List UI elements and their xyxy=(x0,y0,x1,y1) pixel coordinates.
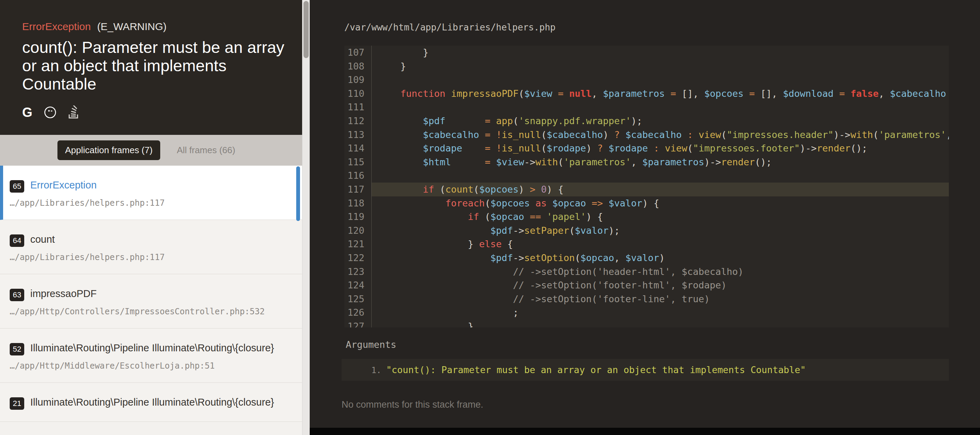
frames-tab-bar: Application frames (7) All frames (66) xyxy=(0,135,302,166)
frame-title: Illuminate\Routing\Pipeline Illuminate\R… xyxy=(30,396,274,408)
code-line: 118 foreach($opcoes as $opcao => $valor)… xyxy=(344,197,949,210)
code-text xyxy=(371,100,949,114)
whoops-error-page: ErrorException (E_WARNING) count(): Para… xyxy=(0,0,980,435)
code-line: 107 } xyxy=(344,46,949,59)
frame-index-badge: 65 xyxy=(10,180,24,193)
code-text: } xyxy=(371,46,949,59)
code-line: 115 $html = $view->with('parametros', $p… xyxy=(344,155,949,169)
exception-message: count(): Parameter must be an array or a… xyxy=(22,38,290,93)
frame-item[interactable]: 65ErrorException…/app/Libraries/helpers.… xyxy=(0,166,302,220)
code-text: $cabecalho = !is_null($cabecalho) ? $cab… xyxy=(371,128,949,142)
frame-item[interactable]: 52Illuminate\Routing\Pipeline Illuminate… xyxy=(0,329,302,383)
line-number: 118 xyxy=(344,197,371,210)
code-line: 122 $pdf->setOption($opcao, $valor) xyxy=(344,251,949,265)
line-number: 114 xyxy=(344,141,371,155)
arguments-title: Arguments xyxy=(346,339,949,350)
frame-index-badge: 63 xyxy=(10,289,24,301)
code-viewer[interactable]: 107 }108 }109 110 function impressaoPDF(… xyxy=(344,46,949,327)
page-scrollbar-thumb[interactable] xyxy=(304,1,309,58)
frame-path: …/app/Libraries/helpers.php:117 xyxy=(10,252,292,262)
code-line: 119 if ($opcao == 'papel') { xyxy=(344,210,949,224)
line-number: 112 xyxy=(344,114,371,128)
exception-header: ErrorException (E_WARNING) count(): Para… xyxy=(0,0,302,135)
line-number: 124 xyxy=(344,278,371,292)
tab-application-frames[interactable]: Application frames (7) xyxy=(57,140,160,160)
stackoverflow-search-icon[interactable] xyxy=(68,105,80,119)
google-search-icon[interactable]: G xyxy=(22,106,33,119)
frames-scrollbar-thumb[interactable] xyxy=(296,166,300,221)
argument-value: "count(): Parameter must be an array or … xyxy=(386,364,806,375)
frame-path: …/app/Libraries/helpers.php:117 xyxy=(10,198,292,208)
line-number: 123 xyxy=(344,265,371,279)
code-text: // ->setOption('header-html', $cabecalho… xyxy=(371,265,949,279)
frame-title: ErrorException xyxy=(30,179,97,191)
line-number: 119 xyxy=(344,210,371,224)
frame-path: …/app/Http/Controllers/ImpressoesControl… xyxy=(10,307,292,316)
line-number: 115 xyxy=(344,155,371,169)
code-text: function impressaoPDF($view = null, $par… xyxy=(371,87,949,101)
line-number: 111 xyxy=(344,100,371,114)
line-number: 120 xyxy=(344,224,371,238)
code-line: 127 } xyxy=(344,319,949,327)
line-number: 108 xyxy=(344,59,371,73)
frame-item[interactable]: 64count…/app/Libraries/helpers.php:117 xyxy=(0,220,302,274)
code-text: ; xyxy=(371,306,949,319)
frame-item[interactable]: 21Illuminate\Routing\Pipeline Illuminate… xyxy=(0,383,302,422)
code-line: 109 xyxy=(344,73,949,87)
code-line: 116 xyxy=(344,169,949,183)
line-number: 107 xyxy=(344,46,371,59)
frame-index-badge: 21 xyxy=(10,397,24,410)
code-text: $pdf->setPaper($valor); xyxy=(371,224,949,238)
code-text: } else { xyxy=(371,237,949,251)
code-text: } xyxy=(371,319,949,327)
code-line: 123 // ->setOption('header-html', $cabec… xyxy=(344,265,949,279)
code-line: 126 ; xyxy=(344,306,949,319)
line-number: 122 xyxy=(344,251,371,265)
frame-index-badge: 64 xyxy=(10,235,24,247)
line-number: 110 xyxy=(344,87,371,101)
code-line: 110 function impressaoPDF($view = null, … xyxy=(344,87,949,101)
code-text: foreach($opcoes as $opcao => $valor) { xyxy=(371,197,949,210)
line-number: 127 xyxy=(344,319,371,327)
code-text: } xyxy=(371,59,949,73)
code-line: 125 // ->setOption('footer-line', true) xyxy=(344,292,949,306)
code-text xyxy=(371,73,949,87)
code-line: 114 $rodape = !is_null($rodape) ? $rodap… xyxy=(344,141,949,155)
exception-title-row: ErrorException (E_WARNING) xyxy=(22,0,290,32)
code-text: // ->setOption('footer-line', true) xyxy=(371,292,949,306)
line-number: 125 xyxy=(344,292,371,306)
argument-index: 1. xyxy=(371,365,381,375)
frame-comments-note: No comments for this stack frame. xyxy=(342,399,980,410)
code-text: if ($opcao == 'papel') { xyxy=(371,210,949,224)
exception-level: (E_WARNING) xyxy=(97,21,167,32)
frame-title: count xyxy=(30,233,55,246)
duckduckgo-search-icon[interactable] xyxy=(44,106,57,119)
left-panel: ErrorException (E_WARNING) count(): Para… xyxy=(0,0,302,435)
code-text: if (count($opcoes) > 0) { xyxy=(371,183,949,197)
code-line: 112 $pdf = app('snappy.pdf.wrapper'); xyxy=(344,114,949,128)
line-number: 109 xyxy=(344,73,371,87)
code-text: $html = $view->with('parametros', $param… xyxy=(371,155,949,169)
frame-title: impressaoPDF xyxy=(30,287,97,300)
stackoverflow-icon xyxy=(68,105,80,119)
search-links-row: G xyxy=(22,105,290,119)
line-number: 121 xyxy=(344,237,371,251)
line-number: 117 xyxy=(344,183,371,197)
tab-all-frames[interactable]: All frames (66) xyxy=(175,144,237,156)
code-text: // ->setOption('footer-html', $rodape) xyxy=(371,278,949,292)
frame-path: …/app/Http/Middleware/EscolherLoja.php:5… xyxy=(10,361,292,371)
arguments-list: 1."count(): Parameter must be an array o… xyxy=(342,359,949,381)
code-text: $pdf = app('snappy.pdf.wrapper'); xyxy=(371,114,949,128)
exception-class: ErrorException xyxy=(22,21,91,32)
frame-file-path: /var/www/html/app/Libraries/helpers.php xyxy=(310,0,980,32)
line-number: 126 xyxy=(344,306,371,319)
frame-item[interactable]: 63impressaoPDF…/app/Http/Controllers/Imp… xyxy=(0,274,302,329)
code-line: 108 } xyxy=(344,59,949,73)
page-scrollbar-track[interactable] xyxy=(302,0,310,435)
arguments-section: Arguments 1."count(): Parameter must be … xyxy=(342,339,949,381)
duckduckgo-icon xyxy=(44,106,57,119)
line-number: 116 xyxy=(344,169,371,183)
frame-title: Illuminate\Routing\Pipeline Illuminate\R… xyxy=(30,341,274,354)
code-line: 113 $cabecalho = !is_null($cabecalho) ? … xyxy=(344,128,949,142)
footer-bar xyxy=(310,428,980,435)
